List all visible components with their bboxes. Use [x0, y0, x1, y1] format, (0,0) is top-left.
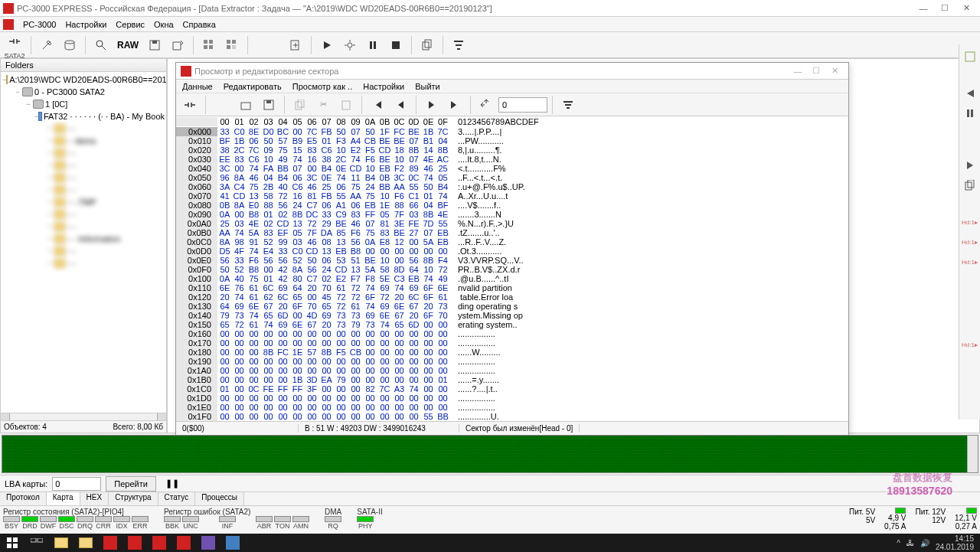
- hex-row[interactable]: 0x030EE83C610497416382C74F6BE10074EAC...…: [176, 155, 848, 164]
- hex-row[interactable]: 0x0900A00B801028BDC33C983FF057F038B4E...…: [176, 210, 848, 219]
- hex-cut-icon[interactable]: ✂: [312, 94, 334, 116]
- hex-row[interactable]: 0x0A025034E02CD137229BE4607813EFE7D55%.N…: [176, 219, 848, 228]
- hex-row[interactable]: 0x1B000000000001B3DEA7900000000000001...…: [176, 375, 848, 384]
- tree-item-blurred[interactable]: +····: [2, 122, 165, 135]
- hex-row[interactable]: 0x07041CD1358721681FB55AA7510F6C10174A..…: [176, 191, 848, 201]
- export-icon[interactable]: [167, 34, 188, 56]
- menu-pc3000[interactable]: PC-3000: [23, 20, 56, 29]
- dock-play-icon[interactable]: [961, 156, 979, 175]
- hex-row[interactable]: 0x0603AC4752B40C64625067524BBAA5550B4:.u…: [176, 182, 848, 191]
- new-task-icon[interactable]: [285, 34, 306, 56]
- taskbar-app6[interactable]: [220, 534, 245, 552]
- menu-service[interactable]: Сервис: [116, 20, 145, 29]
- hex-row[interactable]: 0x120207461626C65004572726F72206C6F61 ta…: [176, 292, 848, 302]
- tree-item-blurred[interactable]: +····.TMP: [2, 196, 165, 208]
- hex-row[interactable]: 0x13064696E67206F7065726174696E672073din…: [176, 302, 848, 311]
- system-tray[interactable]: ^ 🖧 🔊 14:15 24.01.2019: [897, 534, 980, 551]
- search-icon[interactable]: [90, 34, 112, 56]
- tab-hex[interactable]: HEX: [80, 492, 109, 505]
- task-view-icon[interactable]: [24, 534, 49, 552]
- hex-dump[interactable]: 000102030405060708090A0B0C0D0E0F01234567…: [176, 116, 848, 421]
- hex-connect-icon[interactable]: [179, 94, 201, 116]
- raw-button[interactable]: RAW: [113, 34, 142, 56]
- tree-item-blurred[interactable]: +····items: [2, 135, 165, 147]
- hex-first-icon[interactable]: [367, 94, 388, 116]
- dock-pause-icon[interactable]: [961, 104, 979, 122]
- tool-icon[interactable]: [36, 34, 57, 56]
- hex-last-icon[interactable]: [444, 94, 466, 116]
- tab-статус[interactable]: Статус: [158, 492, 196, 505]
- hex-menu-settings[interactable]: Настройки: [363, 82, 404, 91]
- lba-go-button[interactable]: Перейти: [106, 476, 156, 492]
- folders-tree[interactable]: −A:\2019\WDC WD20EADS-00R6B0==20190123\ …: [1, 72, 166, 413]
- hex-menu-edit[interactable]: Редактировать: [224, 82, 282, 91]
- lba-input[interactable]: [52, 477, 101, 491]
- tree-item-blurred[interactable]: +····: [2, 220, 165, 233]
- tree-item-blurred[interactable]: +····: [2, 257, 165, 269]
- hex-row[interactable]: 0x19000000000000000000000000000000000...…: [176, 357, 848, 366]
- hex-row[interactable]: 0x1106E76616C696420706172746974696F6Enva…: [176, 283, 848, 292]
- dock-hd1c-icon[interactable]: Hd:1▸: [961, 253, 979, 271]
- filter-icon[interactable]: [448, 34, 469, 56]
- hex-save-icon[interactable]: [258, 94, 279, 116]
- tree-item-blurred[interactable]: +····: [2, 184, 165, 196]
- tree-item-blurred[interactable]: +····: [2, 159, 165, 171]
- hex-row[interactable]: 0x1C001000CFEFFFF3F000000827CA3740000...…: [176, 384, 848, 394]
- save-icon[interactable]: [144, 34, 165, 56]
- hex-goto-input[interactable]: [498, 97, 547, 113]
- hex-row[interactable]: 0x0B0AA745A83EF057FDA85F67583BE2707EB.tZ…: [176, 228, 848, 237]
- hex-row[interactable]: 0x1E000000000000000000000000000000000...…: [176, 403, 848, 412]
- hex-row[interactable]: 0x16000000000000000000000000000000000...…: [176, 329, 848, 338]
- hex-row[interactable]: 0x15065726174696E672073797374656D0000era…: [176, 320, 848, 329]
- tree-pc3000[interactable]: −0 - PC3000 SATA2: [2, 86, 165, 98]
- minimize-button[interactable]: —: [913, 1, 934, 16]
- db-icon[interactable]: [59, 34, 80, 56]
- hex-row[interactable]: 0x010BF1B065057B9E501F3A4CBBEBE07B104...…: [176, 136, 848, 145]
- map-scrollbar[interactable]: [967, 436, 978, 472]
- hex-menu-view[interactable]: Просмотр как ..: [292, 82, 352, 91]
- hex-goto-icon[interactable]: [475, 94, 497, 116]
- tray-up-icon[interactable]: ^: [897, 539, 900, 547]
- sector-map[interactable]: [2, 435, 978, 473]
- hex-prev-icon[interactable]: [390, 94, 411, 116]
- tree-root[interactable]: −A:\2019\WDC WD20EADS-00R6B0==20190123\: [2, 73, 165, 86]
- hex-row[interactable]: 0x1000A4075014280C702E2F7F85EC3EB7449.@u…: [176, 274, 848, 283]
- hex-row[interactable]: 0x0D0D54F74E433C0CD13EBB8000000000000.Ot…: [176, 247, 848, 256]
- hex-menu-data[interactable]: Данные: [182, 82, 213, 91]
- menu-help[interactable]: Справка: [183, 20, 216, 29]
- lba-pause-icon[interactable]: ❚❚: [161, 479, 184, 488]
- taskbar-app1[interactable]: [98, 534, 122, 552]
- dock-hd1b-icon[interactable]: Hd:1▸: [961, 233, 979, 251]
- hex-row[interactable]: 0x0C08A9891529903460813560AE812005AEB...…: [176, 237, 848, 247]
- hex-row[interactable]: 0x00033C08ED0BC007CFB5007501FFCBE1B7C3..…: [176, 127, 848, 136]
- hex-row[interactable]: 0x0E05633F656565250065351BE1000568BF4V3.…: [176, 256, 848, 265]
- hex-row[interactable]: 0x0F05052B800428A5624CD135A588D641072PR.…: [176, 265, 848, 274]
- tree-item-blurred[interactable]: +····: [2, 171, 165, 184]
- hex-close[interactable]: ✕: [825, 66, 844, 76]
- hex-titlebar[interactable]: Просмотр и редактирование сектора — ☐ ✕: [176, 63, 848, 80]
- tree-item-blurred[interactable]: +····: [2, 208, 165, 220]
- connect-icon[interactable]: [4, 31, 25, 52]
- tab-карта[interactable]: Карта: [47, 492, 80, 505]
- dock-copy-icon[interactable]: [961, 176, 979, 194]
- tray-vol-icon[interactable]: 🔊: [920, 539, 929, 547]
- pause-icon[interactable]: [362, 34, 384, 56]
- hex-row[interactable]: 0x020382C7C09751583C610E2F5CD188B148B8,|…: [176, 145, 848, 155]
- hex-row[interactable]: 0x1D000000000000000000000000000000000...…: [176, 394, 848, 403]
- tab-процессы[interactable]: Процессы: [195, 492, 244, 505]
- dock-hd1-icon[interactable]: Hd:1▸: [961, 213, 979, 231]
- taskbar-explorer[interactable]: [49, 534, 74, 552]
- tab-структура[interactable]: Структура: [109, 492, 158, 505]
- taskbar-folder[interactable]: [74, 534, 98, 552]
- hex-maximize[interactable]: ☐: [807, 66, 825, 76]
- tree-item-blurred[interactable]: +····: [2, 147, 165, 159]
- tree-item-blurred[interactable]: +···· Information: [2, 233, 165, 245]
- dock-hd1d-icon[interactable]: Hd:1▸: [961, 335, 979, 354]
- tab-протокол[interactable]: Протокол: [0, 492, 47, 505]
- hex-minimize[interactable]: —: [789, 67, 807, 76]
- tree-vol[interactable]: −1 [0C]: [2, 98, 165, 110]
- hex-row[interactable]: 0x1800000008BFC1E578BF5CB000000000000...…: [176, 348, 848, 357]
- hex-row[interactable]: 0x140797374656D004D697373696E67206F70yst…: [176, 311, 848, 320]
- hex-menu-exit[interactable]: Выйти: [415, 82, 440, 91]
- hex-row[interactable]: 0x0800B8AE0885624C706A106EB1E886604BF...…: [176, 201, 848, 210]
